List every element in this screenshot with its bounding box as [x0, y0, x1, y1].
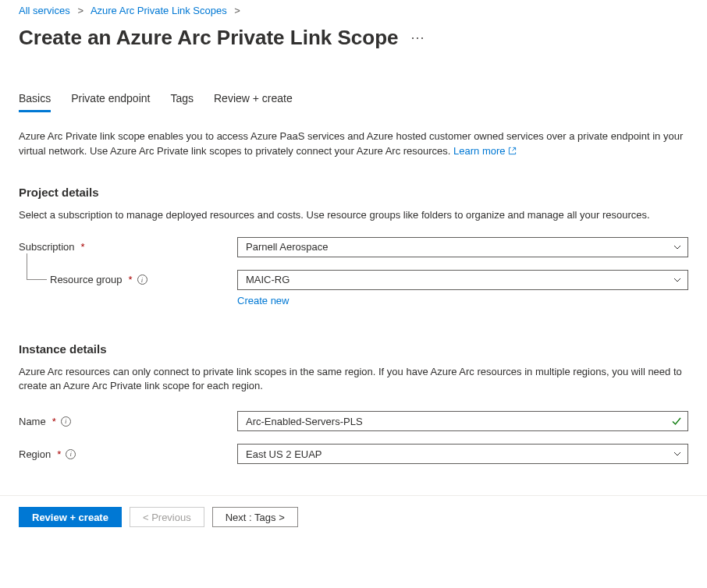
- tab-private-endpoint[interactable]: Private endpoint: [71, 87, 150, 112]
- page-title: Create an Azure Arc Private Link Scope: [19, 26, 398, 50]
- subscription-value: Parnell Aerospace: [246, 241, 329, 253]
- instance-details-heading: Instance details: [19, 342, 688, 356]
- required-indicator: *: [129, 274, 133, 285]
- breadcrumb-separator: >: [77, 5, 83, 16]
- resource-group-value: MAIC-RG: [246, 274, 290, 285]
- subscription-label: Subscription*: [19, 241, 237, 253]
- name-label: Name* i: [19, 416, 237, 427]
- resource-group-label: Resource group* i: [19, 274, 237, 285]
- tab-tags[interactable]: Tags: [170, 87, 194, 112]
- project-details-heading: Project details: [19, 186, 688, 199]
- info-icon[interactable]: i: [66, 449, 76, 459]
- breadcrumb-link-private-link-scopes[interactable]: Azure Arc Private Link Scopes: [91, 5, 227, 16]
- resource-group-select[interactable]: MAIC-RG: [237, 270, 688, 290]
- create-new-resource-group-link[interactable]: Create new: [237, 295, 289, 306]
- review-create-button[interactable]: Review + create: [19, 507, 122, 527]
- required-indicator: *: [57, 448, 61, 460]
- required-indicator: *: [52, 416, 56, 427]
- intro-text: Azure Arc Private link scope enables you…: [19, 130, 683, 157]
- hierarchy-line-icon: [27, 253, 47, 280]
- breadcrumb-link-all-services[interactable]: All services: [19, 5, 70, 16]
- required-indicator: *: [81, 241, 85, 253]
- tab-review-create[interactable]: Review + create: [214, 87, 293, 112]
- name-value: Arc-Enabled-Servers-PLS: [246, 416, 363, 427]
- name-input[interactable]: Arc-Enabled-Servers-PLS: [237, 411, 688, 431]
- next-button[interactable]: Next : Tags >: [212, 507, 298, 527]
- external-link-icon: [508, 147, 517, 155]
- breadcrumb-separator: >: [234, 5, 240, 16]
- tab-basics[interactable]: Basics: [19, 87, 51, 112]
- subscription-select[interactable]: Parnell Aerospace: [237, 237, 688, 257]
- project-details-description: Select a subscription to manage deployed…: [19, 208, 688, 223]
- previous-button[interactable]: < Previous: [130, 507, 204, 527]
- info-icon[interactable]: i: [61, 416, 71, 427]
- info-icon[interactable]: i: [137, 275, 147, 285]
- learn-more-link[interactable]: Learn more: [453, 145, 516, 157]
- wizard-footer: Review + create < Previous Next : Tags >: [0, 495, 707, 538]
- region-label: Region* i: [19, 448, 237, 460]
- region-select[interactable]: East US 2 EUAP: [237, 444, 688, 464]
- instance-details-description: Azure Arc resources can only connect to …: [19, 365, 688, 395]
- breadcrumb: All services > Azure Arc Private Link Sc…: [19, 0, 688, 24]
- tab-bar: Basics Private endpoint Tags Review + cr…: [19, 87, 688, 112]
- intro-description: Azure Arc Private link scope enables you…: [19, 129, 688, 159]
- region-value: East US 2 EUAP: [246, 448, 322, 460]
- more-actions-icon[interactable]: ⋯: [410, 29, 425, 46]
